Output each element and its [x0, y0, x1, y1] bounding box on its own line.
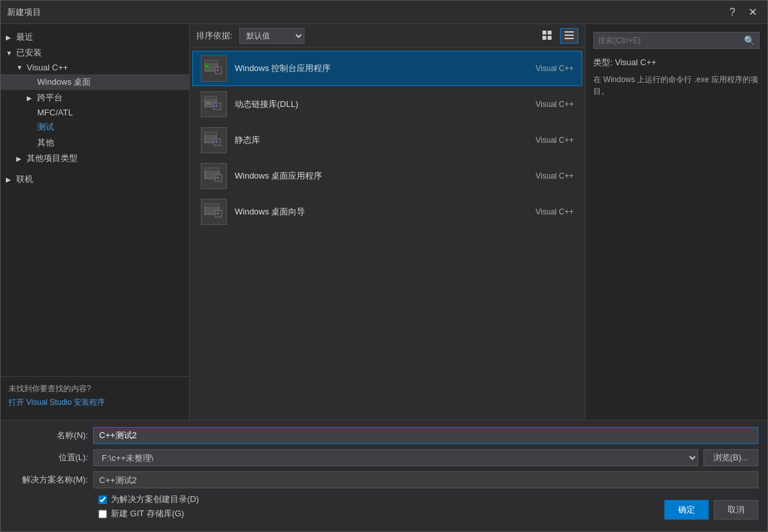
dialog-buttons: 确定 取消 — [664, 500, 758, 520]
dialog-title: 新建项目 — [7, 7, 41, 18]
sidebar-label-other-types: 其他项目类型 — [27, 153, 78, 164]
svg-rect-0 — [542, 31, 546, 35]
svg-text:+: + — [216, 66, 220, 74]
create-dir-label[interactable]: 为解决方案创建目录(D) — [111, 494, 199, 505]
main-area: ▶ 最近 ▼ 已安装 ▼ Visual C++ — [1, 24, 767, 420]
options-row: 为解决方案创建目录(D) 新建 GIT 存储库(G) 确定 取消 — [10, 494, 758, 520]
bottom-form: 名称(N): 位置(L): F:\c++未整理\ 浏览(B)... 解决方案名称… — [1, 420, 767, 531]
console-app-type: Visual C++ — [536, 64, 574, 73]
svg-rect-18 — [205, 132, 216, 135]
name-input[interactable] — [93, 427, 758, 444]
desktop-app-type: Visual C++ — [536, 171, 574, 181]
search-input[interactable] — [598, 36, 744, 45]
sidebar-label-visual-cpp: Visual C++ — [27, 63, 68, 72]
static-lib-icon: + — [201, 127, 227, 153]
project-item-dll[interactable]: + DLL 动态链接库(DLL) Visual C++ — [192, 87, 582, 122]
desktop-wizard-name: Windows 桌面向导 — [235, 206, 531, 218]
sidebar-item-test[interactable]: 测试 — [1, 119, 189, 135]
location-select[interactable]: F:\c++未整理\ — [93, 449, 698, 466]
svg-text:+: + — [216, 210, 220, 217]
title-bar-buttons: ? ✕ — [726, 5, 761, 20]
close-button[interactable]: ✕ — [745, 5, 761, 20]
search-icon: 🔍 — [744, 35, 755, 46]
new-project-dialog: 新建项目 ? ✕ ▶ 最近 ▼ 已安装 — [0, 0, 768, 532]
location-row: 位置(L): F:\c++未整理\ 浏览(B)... — [10, 449, 758, 466]
create-git-checkbox[interactable] — [98, 510, 107, 518]
sidebar-label-mfc-atl: MFC/ATL — [37, 108, 73, 117]
sidebar-item-installed[interactable]: ▼ 已安装 — [1, 45, 189, 61]
sidebar-label-other: 其他 — [37, 137, 54, 149]
not-found-text: 未找到你要查找的内容? — [8, 383, 181, 394]
svg-rect-8 — [205, 61, 218, 63]
sidebar-item-cross-platform[interactable]: ▶ 跨平台 — [1, 90, 189, 106]
center-panel: 排序依据: 默认值名称类型 — [190, 24, 585, 420]
sidebar-label-installed: 已安装 — [16, 47, 42, 59]
create-dir-row: 为解决方案创建目录(D) — [98, 494, 659, 505]
svg-text:+: + — [214, 138, 218, 145]
sidebar-label-online: 联机 — [16, 173, 33, 185]
arrow-visual-cpp: ▼ — [16, 64, 24, 71]
solution-label: 解决方案名称(M): — [10, 474, 88, 486]
project-item-console-app[interactable]: ▶_ + Windows 控制台应用程序 Visual C++ — [192, 51, 582, 86]
name-row: 名称(N): — [10, 427, 758, 444]
list-view-button[interactable] — [560, 28, 578, 44]
project-item-desktop-app[interactable]: + Windows 桌面应用程序 Visual C++ — [192, 158, 582, 194]
sidebar-item-online[interactable]: ▶ 联机 — [1, 171, 189, 187]
sidebar-bottom: 未找到你要查找的内容? 打开 Visual Studio 安装程序 — [1, 376, 189, 415]
sidebar-tree: ▶ 最近 ▼ 已安装 ▼ Visual C++ — [1, 29, 189, 203]
sidebar-label-cross-platform: 跨平台 — [37, 92, 63, 104]
checkboxes-area: 为解决方案创建目录(D) 新建 GIT 存储库(G) — [98, 494, 659, 520]
arrow-recent: ▶ — [6, 34, 14, 41]
sidebar-label-windows-desktop: Windows 桌面 — [37, 76, 91, 88]
solution-name-display: C++测试2 — [93, 471, 758, 488]
sidebar-item-recent[interactable]: ▶ 最近 — [1, 29, 189, 45]
sidebar-item-other-types[interactable]: ▶ 其他项目类型 — [1, 151, 189, 166]
svg-rect-1 — [548, 31, 552, 35]
svg-rect-26 — [205, 204, 219, 207]
console-app-name: Windows 控制台应用程序 — [235, 63, 531, 74]
browse-button[interactable]: 浏览(B)... — [703, 449, 758, 466]
sidebar-item-other[interactable]: 其他 — [1, 135, 189, 151]
arrow-other-types: ▶ — [16, 155, 24, 162]
sidebar-item-visual-cpp[interactable]: ▼ Visual C++ — [1, 61, 189, 74]
cancel-button[interactable]: 取消 — [714, 500, 758, 520]
sidebar-item-windows-desktop[interactable]: Windows 桌面 — [1, 74, 189, 90]
svg-text:DLL: DLL — [206, 101, 212, 105]
svg-rect-5 — [565, 35, 574, 36]
static-lib-name: 静态库 — [235, 134, 531, 146]
svg-rect-6 — [565, 38, 574, 39]
dll-type: Visual C++ — [536, 100, 574, 109]
sidebar: ▶ 最近 ▼ 已安装 ▼ Visual C++ — [1, 24, 190, 420]
toolbar: 排序依据: 默认值名称类型 — [190, 24, 585, 48]
svg-text:+: + — [214, 102, 218, 110]
name-label: 名称(N): — [10, 430, 88, 441]
desktop-wizard-type: Visual C++ — [536, 207, 574, 216]
install-link[interactable]: 打开 Visual Studio 安装程序 — [8, 398, 106, 407]
search-box[interactable]: 🔍 — [593, 32, 760, 49]
static-lib-type: Visual C++ — [536, 136, 574, 145]
svg-text:▶_: ▶_ — [206, 64, 212, 68]
create-git-row: 新建 GIT 存储库(G) — [98, 508, 659, 520]
sort-select[interactable]: 默认值名称类型 — [239, 28, 304, 44]
project-item-static-lib[interactable]: + 静态库 Visual C++ — [192, 123, 582, 158]
right-panel: 🔍 类型: Visual C++ 在 Windows 上运行的命令行 .exe … — [585, 24, 767, 420]
type-label: 类型: Visual C++ — [593, 57, 760, 68]
sidebar-label-recent: 最近 — [16, 31, 33, 43]
create-git-label[interactable]: 新建 GIT 存储库(G) — [111, 508, 184, 520]
solution-row: 解决方案名称(M): C++测试2 — [10, 471, 758, 488]
location-label: 位置(L): — [10, 452, 88, 464]
svg-rect-13 — [205, 96, 216, 99]
create-dir-checkbox[interactable] — [98, 495, 107, 504]
dll-name: 动态链接库(DLL) — [235, 98, 531, 110]
grid-view-button[interactable] — [538, 28, 556, 44]
type-desc: 在 Windows 上运行的命令行 .exe 应用程序的项目。 — [593, 74, 760, 97]
ok-button[interactable]: 确定 — [664, 500, 709, 520]
sort-label: 排序依据: — [196, 30, 233, 42]
svg-rect-2 — [542, 36, 546, 40]
project-list: ▶_ + Windows 控制台应用程序 Visual C++ — [190, 48, 585, 420]
project-item-desktop-wizard[interactable]: + Windows 桌面向导 Visual C++ — [192, 194, 582, 229]
sidebar-item-mfc-atl[interactable]: MFC/ATL — [1, 106, 189, 119]
svg-rect-4 — [565, 31, 574, 33]
help-button[interactable]: ? — [726, 5, 739, 20]
svg-text:+: + — [216, 174, 220, 181]
